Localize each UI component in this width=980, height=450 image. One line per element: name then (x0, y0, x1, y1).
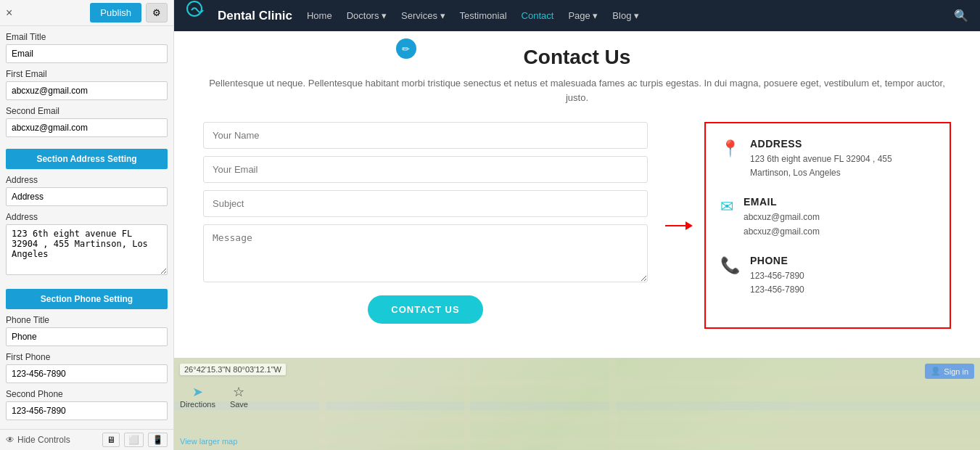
page-content: ✏ Contact Us Pellentesque ut neque. Pell… (174, 31, 980, 358)
logo: Dental Clinic (186, 0, 292, 31)
first-email-input[interactable] (6, 81, 168, 100)
nav-blog[interactable]: Blog ▾ (612, 10, 639, 21)
nav-doctors[interactable]: Doctors ▾ (347, 10, 387, 21)
phone-title-input[interactable] (6, 327, 168, 346)
address-label-2: Address (6, 212, 168, 222)
email-content: EMAIL abcxuz@gmail.com abcxuz@gmail.com (744, 196, 820, 238)
publish-button[interactable]: Publish (90, 3, 141, 22)
contact-btn-wrap: CONTACT US (203, 295, 648, 324)
close-button[interactable]: × (6, 7, 12, 20)
phone-value-2: 123-456-7890 (750, 283, 804, 297)
main-content: Dental Clinic Home Doctors ▾ Services ▾ … (174, 0, 980, 450)
address-row: 📍 ADDRESS 123 6th eight avenue FL 32904 … (720, 138, 935, 180)
email-row: ✉ EMAIL abcxuz@gmail.com abcxuz@gmail.co… (720, 196, 935, 238)
second-email-input[interactable] (6, 118, 168, 137)
section-phone-button[interactable]: Section Phone Setting (6, 289, 168, 309)
hide-controls-label: Hide Controls (17, 435, 70, 445)
address-label-group: Address (6, 175, 168, 206)
second-email-group: Second Email (6, 106, 168, 137)
svg-rect-2 (174, 401, 980, 410)
panel-scroll: Email Title First Email Second Email Sec… (0, 26, 173, 429)
phone-row: 📞 PHONE 123-456-7890 123-456-7890 (720, 255, 935, 297)
svg-rect-6 (174, 380, 980, 385)
logo-icon (186, 0, 212, 31)
bottom-bar: 👁 Hide Controls 🖥 ⬜ 📱 (0, 429, 173, 450)
second-phone-input[interactable] (6, 401, 168, 420)
svg-rect-8 (174, 438, 980, 443)
eye-icon: 👁 (6, 435, 15, 445)
mobile-view-button[interactable]: 📱 (148, 433, 168, 447)
nav-bar: Dental Clinic Home Doctors ▾ Services ▾ … (174, 0, 980, 31)
contact-title: Contact Us (203, 46, 951, 69)
second-phone-label: Second Phone (6, 389, 168, 399)
email-value-2: abcxuz@gmail.com (744, 225, 820, 239)
address-label-1: Address (6, 175, 168, 185)
first-email-group: First Email (6, 69, 168, 100)
nav-services[interactable]: Services ▾ (401, 10, 445, 21)
email-input[interactable] (203, 156, 648, 183)
email-title-group: Email Title (6, 32, 168, 63)
address-content: ADDRESS 123 6th eight avenue FL 32904 , … (750, 138, 935, 180)
message-input[interactable] (203, 224, 648, 282)
left-panel: × Publish ⚙ Email Title First Email Seco… (0, 0, 174, 450)
email-title-input[interactable] (6, 44, 168, 63)
first-email-label: First Email (6, 69, 168, 79)
address-textarea[interactable]: 123 6th eight avenue FL 32904 , 455 Mart… (6, 224, 168, 275)
first-phone-group: First Phone (6, 352, 168, 383)
view-icons: 🖥 ⬜ 📱 (102, 433, 168, 447)
nav-contact[interactable]: Contact (522, 10, 554, 21)
edit-pencil-button[interactable]: ✏ (396, 38, 416, 59)
contact-form: CONTACT US (203, 122, 648, 329)
first-phone-label: First Phone (6, 352, 168, 362)
svg-rect-7 (174, 416, 980, 422)
email-value-1: abcxuz@gmail.com (744, 210, 820, 224)
second-email-label: Second Email (6, 106, 168, 116)
nav-links: Home Doctors ▾ Services ▾ Testimonial Co… (307, 10, 954, 21)
subject-input[interactable] (203, 190, 648, 217)
svg-rect-4 (464, 358, 470, 450)
tablet-view-button[interactable]: ⬜ (124, 433, 144, 447)
contact-layout: CONTACT US 📍 ADDRESS 123 6th eigh (203, 122, 951, 329)
red-arrow-connector (665, 122, 687, 329)
map-inner: 26°42'15.3"N 80°03'12.1"W ➤ Directions ☆… (174, 358, 980, 450)
email-title-label: Email Title (6, 32, 168, 42)
address-input-1[interactable] (6, 187, 168, 206)
svg-rect-3 (319, 358, 326, 450)
email-title: EMAIL (744, 196, 820, 208)
top-bar: × Publish ⚙ (0, 0, 173, 26)
phone-content: PHONE 123-456-7890 123-456-7890 (750, 255, 804, 297)
email-icon: ✉ (720, 197, 733, 216)
phone-title-label: Phone Title (6, 315, 168, 325)
map-svg (174, 358, 980, 450)
hide-controls-toggle[interactable]: 👁 Hide Controls (6, 435, 70, 445)
settings-button[interactable]: ⚙ (146, 3, 168, 22)
phone-title-group: Phone Title (6, 315, 168, 346)
nav-testimonial[interactable]: Testimonial (460, 10, 507, 21)
first-phone-input[interactable] (6, 364, 168, 383)
phone-value-1: 123-456-7890 (750, 269, 804, 283)
phone-icon: 📞 (720, 256, 740, 275)
contact-info-box: 📍 ADDRESS 123 6th eight avenue FL 32904 … (704, 122, 951, 329)
name-input[interactable] (203, 122, 648, 149)
search-icon[interactable]: 🔍 (954, 9, 968, 22)
section-address-button[interactable]: Section Address Setting (6, 149, 168, 169)
location-icon: 📍 (720, 139, 740, 158)
nav-home[interactable]: Home (307, 10, 332, 21)
logo-text: Dental Clinic (218, 9, 292, 23)
contact-us-button[interactable]: CONTACT US (368, 295, 482, 324)
second-phone-group: Second Phone (6, 389, 168, 420)
address-value: 123 6th eight avenue FL 32904 , 455 Mart… (750, 152, 935, 180)
nav-page[interactable]: Page ▾ (568, 10, 598, 21)
svg-rect-5 (609, 358, 617, 450)
contact-subtitle: Pellentesque ut neque. Pellentesque habi… (203, 76, 951, 105)
address-value-group: Address 123 6th eight avenue FL 32904 , … (6, 212, 168, 277)
map-area: 26°42'15.3"N 80°03'12.1"W ➤ Directions ☆… (174, 358, 980, 450)
phone-title: PHONE (750, 255, 804, 266)
desktop-view-button[interactable]: 🖥 (102, 433, 120, 447)
address-title: ADDRESS (750, 138, 935, 150)
